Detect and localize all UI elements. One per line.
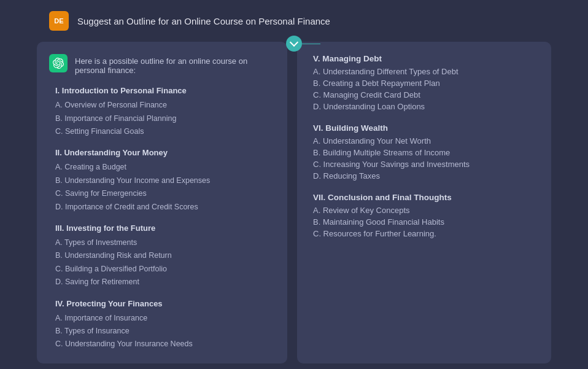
section-item: C. Building a Diversified Portfolio (55, 263, 275, 276)
section-item: C. Understanding Your Insurance Needs (55, 338, 275, 351)
section-item: A. Creating a Budget (55, 161, 275, 174)
right-section-item: D. Reducing Taxes (313, 170, 539, 182)
right-section-item: C. Resources for Further Learning. (313, 228, 539, 239)
user-avatar: DE (49, 11, 69, 31)
right-section-item: C. Managing Credit Card Debt (313, 89, 539, 101)
right-section-item: A. Understanding Different Types of Debt (313, 66, 539, 77)
main-content: Here is a possible outline for an online… (0, 42, 588, 369)
scroll-line (302, 44, 320, 44)
section-item: A. Importance of Insurance (55, 312, 275, 325)
response-header: Here is a possible outline for an online… (49, 54, 275, 75)
chatgpt-icon (49, 54, 68, 72)
right-panel: V. Managing DebtA. Understanding Differe… (297, 42, 551, 363)
right-section-item: A. Understanding Your Net Worth (313, 135, 539, 147)
right-section-item: B. Maintaining Good Financial Habits (313, 216, 539, 228)
section-heading: I. Introduction to Personal Finance (55, 85, 275, 97)
section-item: C. Saving for Emergencies (55, 187, 275, 200)
section-item: B. Types of Insurance (55, 325, 275, 338)
section-heading: III. Investing for the Future (55, 222, 275, 235)
section-item: D. Importance of Credit and Credit Score… (55, 201, 275, 214)
right-section-item: B. Creating a Debt Repayment Plan (313, 77, 539, 89)
right-section-heading: V. Managing Debt (313, 54, 539, 63)
right-section-heading: VI. Building Wealth (313, 123, 539, 133)
left-panel: Here is a possible outline for an online… (37, 42, 287, 363)
prompt-text: Suggest an Outline for an Online Course … (77, 16, 330, 26)
section-item: B. Understanding Risk and Return (55, 249, 275, 262)
section-heading: IV. Protecting Your Finances (55, 298, 275, 310)
section-heading: II. Understanding Your Money (55, 147, 275, 159)
section-item: B. Understanding Your Income and Expense… (55, 174, 275, 187)
right-section-heading: VII. Conclusion and Final Thoughts (313, 193, 539, 202)
right-section-item: C. Increasing Your Savings and Investmen… (313, 158, 539, 170)
section-item: A. Types of Investments (55, 236, 275, 249)
right-section-item: B. Building Multiple Streams of Income (313, 147, 539, 158)
section-item: B. Importance of Financial Planning (55, 112, 275, 125)
response-intro: Here is a possible outline for an online… (75, 54, 275, 75)
left-outline: I. Introduction to Personal FinanceA. Ov… (49, 85, 275, 351)
scroll-indicator[interactable] (286, 36, 302, 52)
section-item: C. Setting Financial Goals (55, 125, 275, 138)
right-section-item: A. Review of Key Concepts (313, 204, 539, 216)
section-item: D. Saving for Retirement (55, 276, 275, 289)
section-item: A. Overview of Personal Finance (55, 99, 275, 112)
right-section-item: D. Understanding Loan Options (313, 101, 539, 112)
